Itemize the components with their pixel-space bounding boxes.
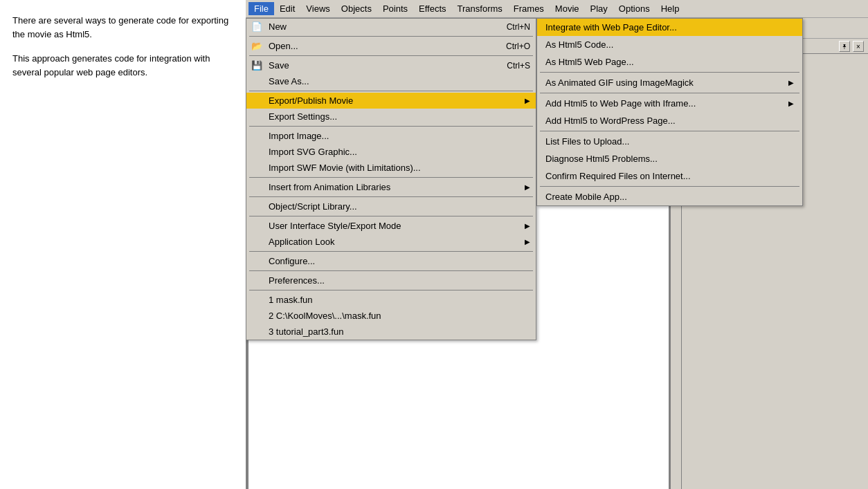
menu-frames[interactable]: Frames	[508, 2, 550, 15]
sep-5	[249, 177, 533, 178]
submenu-animated-gif[interactable]: As Animated GIF using ImageMagick ▶	[537, 74, 802, 91]
left-panel: There are several ways to generate code …	[0, 0, 246, 489]
menu-transforms[interactable]: Transforms	[452, 2, 508, 15]
sep-10	[249, 290, 533, 290]
menu-options[interactable]: Options	[613, 2, 655, 15]
save-icon: 💾	[249, 60, 264, 71]
menu-item-save[interactable]: 💾 Save Ctrl+S	[246, 57, 536, 73]
sep-4	[249, 126, 533, 127]
iframe-arrow: ▶	[788, 100, 794, 107]
insert-anim-arrow: ▶	[525, 183, 530, 191]
sep-7	[249, 216, 533, 216]
submenu-list-files[interactable]: List Files to Upload...	[537, 133, 802, 150]
menu-item-open[interactable]: 📂 Open... Ctrl+O	[246, 38, 536, 54]
animated-gif-arrow: ▶	[788, 79, 794, 86]
properties-close-btn[interactable]: ×	[853, 41, 864, 52]
menu-file[interactable]: File	[248, 2, 274, 15]
menu-effects[interactable]: Effects	[413, 2, 452, 15]
menu-item-preferences[interactable]: Preferences...	[246, 273, 536, 288]
submenu-integrate-web[interactable]: Integrate with Web Page Editor...	[537, 19, 802, 36]
menu-item-new[interactable]: 📄 New Ctrl+N	[246, 19, 536, 35]
menu-item-recent-1[interactable]: 1 mask.fun	[246, 292, 536, 308]
menu-item-import-swf[interactable]: Import SWF Movie (with Limitations)...	[246, 160, 536, 176]
sep-6	[249, 196, 533, 197]
sub-sep-2	[540, 93, 799, 93]
menu-item-save-as[interactable]: Save As...	[246, 73, 536, 89]
menu-edit[interactable]: Edit	[274, 2, 300, 15]
export-submenu: Integrate with Web Page Editor... As Htm…	[536, 18, 803, 206]
menu-item-app-look[interactable]: Application Look ▶	[246, 234, 536, 250]
menubar: File Edit Views Objects Points Effects T…	[246, 0, 868, 18]
ui-style-arrow: ▶	[525, 222, 530, 230]
sep-8	[249, 251, 533, 252]
menu-item-object-library[interactable]: Object/Script Library...	[246, 199, 536, 214]
menu-objects[interactable]: Objects	[336, 2, 377, 15]
menu-views[interactable]: Views	[300, 2, 335, 15]
menu-item-import-svg[interactable]: Import SVG Graphic...	[246, 144, 536, 160]
menu-item-export-publish[interactable]: Export/Publish Movie ▶	[246, 93, 536, 109]
sub-sep-3	[540, 131, 799, 131]
menu-help[interactable]: Help	[655, 2, 685, 15]
description-paragraph-1: There are several ways to generate code …	[12, 14, 233, 41]
menu-item-recent-2[interactable]: 2 C:\KoolMoves\...\mask.fun	[246, 308, 536, 324]
file-menu-dropdown: 📄 New Ctrl+N 📂 Open... Ctrl+O 💾 Save Ctr…	[246, 18, 536, 340]
sub-sep-4	[540, 186, 799, 187]
menu-item-insert-anim[interactable]: Insert from Animation Libraries ▶	[246, 179, 536, 195]
description-paragraph-2: This approach generates code for integra…	[12, 52, 233, 79]
app-look-arrow: ▶	[525, 238, 530, 246]
sub-sep-1	[540, 72, 799, 73]
sep-9	[249, 270, 533, 271]
menu-item-ui-style[interactable]: User Interface Style/Export Mode ▶	[246, 218, 536, 234]
submenu-add-html5-iframe[interactable]: Add Html5 to Web Page with Iframe... ▶	[537, 95, 802, 112]
properties-pin-btn[interactable]: 🖈	[839, 41, 850, 52]
menu-play[interactable]: Play	[585, 2, 613, 15]
sep-3	[249, 91, 533, 91]
submenu-confirm-files[interactable]: Confirm Required Files on Internet...	[537, 167, 802, 185]
submenu-html5-webpage[interactable]: As Html5 Web Page...	[537, 53, 802, 71]
menu-item-recent-3[interactable]: 3 tutorial_part3.fun	[246, 324, 536, 340]
submenu-create-mobile-app[interactable]: Create Mobile App...	[537, 188, 802, 205]
menu-movie[interactable]: Movie	[550, 2, 585, 15]
menu-item-export-settings[interactable]: Export Settings...	[246, 109, 536, 124]
submenu-add-html5-wordpress[interactable]: Add Html5 to WordPress Page...	[537, 112, 802, 129]
sep-2	[249, 55, 533, 56]
new-icon: 📄	[249, 21, 264, 32]
open-icon: 📂	[249, 41, 264, 51]
submenu-diagnose-html5[interactable]: Diagnose Html5 Problems...	[537, 150, 802, 167]
sep-1	[249, 36, 533, 37]
menu-item-import-image[interactable]: Import Image...	[246, 128, 536, 144]
export-submenu-arrow: ▶	[525, 97, 530, 104]
submenu-html5-code[interactable]: As Html5 Code...	[537, 36, 802, 53]
menu-points[interactable]: Points	[377, 2, 413, 15]
menu-item-configure[interactable]: Configure...	[246, 253, 536, 269]
app-area: File Edit Views Objects Points Effects T…	[246, 0, 868, 489]
